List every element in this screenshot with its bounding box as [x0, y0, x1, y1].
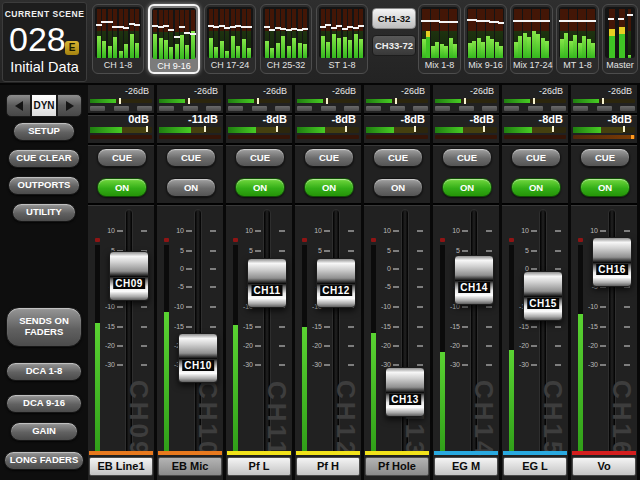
meter-block-mix-1-8[interactable]: Mix 1-8: [418, 4, 461, 74]
channel-name-plate[interactable]: EG L: [503, 457, 567, 476]
fader-knob-label: CH11: [251, 285, 282, 296]
input-gain-meter: [297, 99, 359, 103]
fader-scale-label: -10: [574, 303, 598, 310]
dynamics-indicator-lamp: [114, 106, 129, 111]
prev-view-button[interactable]: [6, 94, 31, 117]
cue-clear-button[interactable]: CUE CLEAR: [8, 149, 80, 168]
on-button[interactable]: ON: [97, 178, 147, 197]
fader-level-range: [256, 127, 276, 133]
dca-1-8-button[interactable]: DCA 1-8: [6, 362, 82, 381]
gain-meter-fill: [573, 99, 599, 103]
cue-button[interactable]: CUE: [97, 148, 147, 167]
meter-block-ch-17-24[interactable]: CH 17-24: [204, 4, 256, 74]
gain-button[interactable]: GAIN: [10, 422, 78, 441]
fader-knob[interactable]: CH09: [109, 251, 149, 301]
channel-name-plate[interactable]: Pf Hole: [365, 457, 429, 476]
on-button[interactable]: ON: [511, 178, 561, 197]
meter-fill: [175, 44, 179, 59]
dynamics-indicator-lamp: [528, 106, 543, 111]
fader-scale-tick: [555, 326, 561, 328]
gain-readout: -26dB: [608, 86, 632, 96]
fader-knob[interactable]: CH12: [316, 258, 356, 308]
fader-knob[interactable]: CH10: [178, 333, 218, 383]
meter-fill: [247, 48, 251, 58]
fader-knob[interactable]: CH14: [454, 255, 494, 305]
fader-level-range: [601, 127, 623, 133]
meter-block-ch-25-32[interactable]: CH 25-32: [260, 4, 312, 74]
sends-on-faders-button[interactable]: SENDS ON FADERS: [6, 307, 82, 347]
fader-scale-label: 5: [160, 247, 184, 254]
input-gain-meter: [90, 99, 152, 103]
fader-scale-tick: [141, 230, 147, 232]
cue-button[interactable]: CUE: [442, 148, 492, 167]
meter-block-mt-1-8[interactable]: MT 1-8: [556, 4, 599, 74]
channel-id-watermark: CH11: [261, 381, 292, 458]
cue-button[interactable]: CUE: [235, 148, 285, 167]
dca-9-16-button[interactable]: DCA 9-16: [6, 394, 82, 413]
level-meter-bar: [619, 9, 625, 58]
dynamics-indicator-lamp: [413, 106, 428, 111]
level-meter-bar: [191, 10, 195, 59]
channel-name-plate[interactable]: Vo: [572, 457, 636, 476]
fader-knob[interactable]: CH11: [247, 258, 287, 308]
meter-block-ch-9-16[interactable]: CH 9-16: [148, 4, 200, 74]
next-view-button[interactable]: [57, 94, 82, 117]
bank-button-ch33-72[interactable]: CH33-72: [372, 35, 416, 56]
level-meter-bar: [518, 9, 522, 58]
channel-name-plate[interactable]: EB Mic: [158, 457, 222, 476]
fader-scale-label: 0: [160, 265, 184, 272]
send-level-bar: [228, 135, 290, 139]
fader-level-fill: [504, 127, 532, 133]
fader-scale-tick: [279, 364, 285, 366]
outports-button[interactable]: OUTPORTS: [8, 176, 80, 195]
on-button[interactable]: ON: [442, 178, 492, 197]
channel-name-plate[interactable]: EB Line1: [89, 457, 153, 476]
fader-scale-tick: [393, 326, 399, 328]
on-button[interactable]: ON: [304, 178, 354, 197]
cue-button[interactable]: CUE: [304, 148, 354, 167]
fader-scale-tick: [255, 326, 261, 328]
channel-name-plate[interactable]: Pf L: [227, 457, 291, 476]
fader-scale-label: -10: [160, 303, 184, 310]
meter-block-master[interactable]: Master: [602, 4, 638, 74]
scene-panel[interactable]: CURRENT SCENE 028 E Initial Data: [2, 2, 87, 82]
meter-block-mix-9-16[interactable]: Mix 9-16: [464, 4, 507, 74]
meter-block-mix-17-24[interactable]: Mix 17-24: [510, 4, 553, 74]
cue-button[interactable]: CUE: [511, 148, 561, 167]
fader-position-dash: [325, 24, 331, 26]
fader-position-dash: [269, 29, 275, 31]
on-button[interactable]: ON: [580, 178, 630, 197]
on-button[interactable]: ON: [166, 178, 216, 197]
gain-meter-fill: [159, 99, 185, 103]
long-faders-button[interactable]: LONG FADERS: [4, 451, 84, 470]
fader-scale-tick: [531, 326, 537, 328]
bank-button-ch1-32[interactable]: CH1-32: [372, 8, 416, 29]
meter-block-ch-1-8[interactable]: CH 1-8: [92, 4, 144, 74]
channel-name-plate[interactable]: Pf H: [296, 457, 360, 476]
channel-name-plate[interactable]: EG M: [434, 457, 498, 476]
gain-readout: -26dB: [194, 86, 218, 96]
setup-button[interactable]: SETUP: [13, 122, 75, 141]
fader-knob[interactable]: CH13: [385, 367, 425, 417]
cue-button[interactable]: CUE: [373, 148, 423, 167]
fader-level-bar: [573, 127, 635, 133]
utility-button[interactable]: UTILITY: [12, 203, 76, 222]
fader-scale-tick: [393, 286, 399, 288]
on-button[interactable]: ON: [373, 178, 423, 197]
fader-position-dash: [179, 26, 185, 28]
fader-scale-label: 5: [505, 247, 529, 254]
fader-knob[interactable]: CH16: [592, 237, 632, 287]
fader-knob[interactable]: CH15: [523, 271, 563, 321]
channel-strip-ch16: -26dB-8dBCUEON1050-5-10-15-20-30CH16CH16…: [571, 85, 640, 480]
clip-led: [578, 238, 583, 242]
meter-fill: [573, 35, 577, 58]
cue-button[interactable]: CUE: [166, 148, 216, 167]
on-button[interactable]: ON: [235, 178, 285, 197]
meter-block-st-1-8[interactable]: ST 1-8: [316, 4, 368, 74]
level-meter-bar: [209, 9, 213, 58]
cue-button[interactable]: CUE: [580, 148, 630, 167]
fader-level-bar: [435, 127, 497, 133]
fader-scale-label: 10: [574, 227, 598, 234]
fader-scale-tick: [348, 345, 354, 347]
fader-scale-tick: [600, 345, 606, 347]
